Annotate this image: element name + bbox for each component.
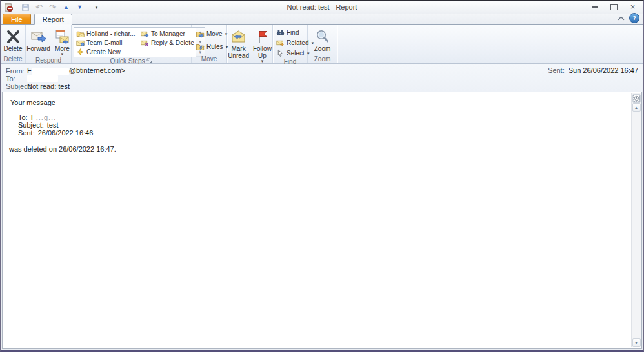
vertical-scrollbar[interactable]: ▲ ▼	[631, 93, 641, 347]
follow-up-flag-icon	[255, 28, 269, 45]
rules-button[interactable]: Rules ▼	[194, 42, 230, 52]
group-label-delete: Delete	[1, 54, 25, 63]
help-icon[interactable]: ?	[629, 13, 639, 23]
customize-bar	[94, 5, 99, 5]
group-label-zoom: Zoom	[308, 54, 337, 63]
delete-x-icon	[5, 28, 21, 45]
mark-unread-icon	[230, 28, 247, 45]
maximize-icon	[610, 4, 618, 10]
ribbon-group-move: Move ▼ Rules ▼ Move	[192, 25, 227, 63]
toolbar-separator	[88, 3, 88, 11]
group-label-respond: Respond	[26, 57, 71, 64]
folder-envelope-icon	[76, 30, 85, 38]
related-envelope-icon	[276, 39, 285, 47]
tab-report[interactable]: Report	[34, 14, 72, 25]
subject-value: Not read: test	[27, 83, 70, 90]
report-window: ↶ ↷ ▲ ▼ ▼ Not read: test - Report × File…	[0, 0, 644, 352]
sent-field: Sent: Sun 26/06/2022 16:47	[548, 66, 638, 74]
body-sent-value: 26/06/2022 16:46	[38, 129, 94, 137]
quick-step-holland[interactable]: Holland - richar...	[76, 29, 137, 38]
follow-up-button[interactable]: Follow Up ▼	[252, 27, 273, 64]
select-label: Select	[287, 50, 305, 57]
minimize-icon	[592, 6, 598, 8]
redacted-text	[27, 75, 58, 82]
previous-item-icon[interactable]: ▲	[61, 2, 72, 12]
forward-label: Forward	[26, 45, 50, 52]
customize-toolbar-icon[interactable]: ▼	[91, 2, 102, 12]
maximize-button[interactable]	[605, 1, 623, 12]
zoom-magnifier-icon	[315, 28, 330, 45]
body-to-visible: I	[31, 113, 33, 121]
toolbar-separator	[17, 3, 17, 11]
body-to-label: To:	[18, 113, 28, 121]
undo-icon[interactable]: ↶	[34, 2, 45, 12]
body-sent-row: Sent: 26/06/2022 16:46	[18, 129, 629, 137]
to-label: To:	[6, 75, 27, 83]
reading-pane-clock-icon[interactable]	[632, 94, 641, 103]
forward-button[interactable]: Forward	[25, 27, 52, 53]
close-icon: ×	[630, 3, 636, 11]
close-button[interactable]: ×	[623, 1, 642, 12]
tab-file[interactable]: File	[3, 14, 31, 24]
window-controls: ×	[586, 1, 642, 12]
delete-button[interactable]: Delete	[3, 27, 24, 53]
scroll-down-button[interactable]: ▼	[632, 338, 641, 347]
tabrow-right-icons: ?	[618, 13, 639, 23]
move-folder-icon	[196, 30, 205, 39]
body-conclusion: was deleted on 26/06/2022 16:47.	[9, 145, 629, 153]
rules-folder-icon	[196, 43, 205, 52]
quick-step-team-email[interactable]: Team E-mail	[76, 38, 137, 47]
dropdown-arrow-icon: ▼	[260, 59, 264, 63]
dialog-launcher-icon[interactable]	[146, 58, 152, 64]
next-item-icon[interactable]: ▼	[74, 2, 85, 12]
ribbon-group-quick-steps: Holland - richar... Team E-mail	[72, 25, 192, 63]
report-app-icon	[4, 3, 14, 12]
report-app-icon[interactable]	[3, 2, 14, 12]
move-button[interactable]: Move ▼	[194, 29, 229, 39]
more-respond-button[interactable]: More ▼	[53, 27, 72, 57]
save-icon[interactable]	[20, 2, 31, 12]
from-value: F@btinternet.com>	[27, 66, 125, 74]
body-subject-row: Subject: test	[18, 121, 629, 129]
ribbon-group-find: Find Related ▼ Select ▼	[273, 25, 308, 63]
find-button[interactable]: Find	[275, 28, 300, 37]
ribbon-group-delete: Delete Delete	[1, 25, 26, 63]
subject-row: Subject: Not read: test	[6, 82, 638, 90]
delete-label: Delete	[4, 45, 23, 52]
quick-steps-gallery: Holland - richar... Team E-mail	[74, 27, 205, 57]
redo-icon[interactable]: ↷	[47, 2, 58, 12]
collapse-ribbon-icon[interactable]	[618, 16, 625, 21]
more-label: More	[55, 45, 70, 52]
minimize-button[interactable]	[586, 1, 605, 12]
group-label-move: Move	[192, 54, 226, 63]
mark-unread-label: Mark Unread	[228, 45, 249, 59]
title-bar: ↶ ↷ ▲ ▼ ▼ Not read: test - Report ×	[1, 1, 643, 14]
down-arrow-glyph: ▼	[77, 5, 83, 10]
up-arrow-glyph: ▲	[63, 5, 69, 10]
quick-step-to-manager[interactable]: To Manager	[141, 29, 194, 38]
quick-step-to-manager-label: To Manager	[151, 30, 185, 37]
quick-access-toolbar: ↶ ↷ ▲ ▼ ▼	[1, 1, 102, 14]
quick-step-reply-delete[interactable]: Reply & Delete	[141, 38, 194, 47]
quick-step-team-email-label: Team E-mail	[86, 39, 123, 46]
select-cursor-icon	[276, 49, 285, 57]
body-sent-label: Sent:	[18, 129, 35, 137]
quick-step-create-new[interactable]: Create New	[76, 47, 137, 56]
sent-value: Sun 26/06/2022 16:47	[569, 66, 638, 74]
body-subject-value: test	[47, 121, 59, 129]
quick-steps-column-1: Holland - richar... Team E-mail	[74, 28, 139, 57]
quick-step-reply-delete-label: Reply & Delete	[151, 39, 194, 46]
dropdown-arrow-icon: ▼	[60, 52, 64, 56]
quoted-message-block: To: I ...g... Subject: test Sent: 26/06/…	[18, 113, 629, 137]
team-email-icon	[76, 39, 85, 47]
select-button[interactable]: Select ▼	[275, 48, 312, 58]
ribbon: Delete Delete Forward	[1, 25, 643, 64]
mark-unread-button[interactable]: Mark Unread	[226, 27, 250, 60]
zoom-button[interactable]: Zoom	[313, 27, 332, 53]
body-to-row: To: I ...g...	[18, 113, 629, 121]
subject-label: Subject:	[6, 83, 27, 90]
message-body[interactable]: Your message To: I ...g... Subject: test…	[2, 92, 642, 349]
scroll-up-button[interactable]: ▲	[632, 103, 641, 112]
body-to-redacted-hint: ...g...	[36, 113, 56, 121]
move-label: Move	[206, 30, 222, 37]
